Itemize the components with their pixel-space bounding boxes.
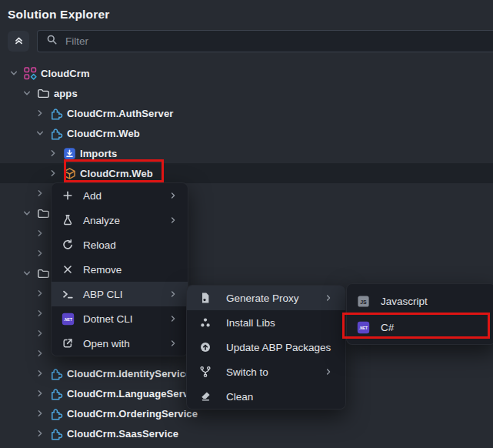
dotnet-icon: .NET (61, 312, 75, 326)
context-menu: AddAnalyzeReloadRemoveABP CLI.NETDotnet … (51, 182, 188, 356)
libs-icon (198, 316, 212, 329)
menu-item-open-with[interactable]: Open with (52, 331, 188, 356)
chevron-down-icon[interactable] (8, 67, 20, 79)
menu-item-install-libs[interactable]: Install Libs (187, 310, 345, 335)
menu-item-label: Open with (83, 338, 159, 349)
chevron-right-icon[interactable] (34, 427, 46, 440)
menu-item-update-abp-packages[interactable]: Update ABP Packages (187, 335, 345, 359)
tree-row-label: CloudCrm.Web (80, 168, 153, 179)
generate-proxy-submenu: JSJavascript.NETC# (346, 283, 493, 345)
menu-item-label: Update ABP Packages (226, 342, 334, 353)
menu-item-label: ABP CLI (83, 289, 159, 300)
chevron-right-icon[interactable] (47, 147, 59, 159)
chevron-right-icon[interactable] (34, 187, 46, 199)
project-icon (49, 106, 63, 120)
open-external-icon (61, 336, 75, 350)
dotnet-icon: .NET (356, 320, 370, 334)
project-icon (49, 386, 63, 400)
menu-item-clean[interactable]: Clean (187, 384, 345, 409)
chevron-right-icon[interactable] (34, 327, 46, 339)
menu-item-label: Dotnet CLI (83, 313, 159, 325)
project-icon (49, 426, 63, 440)
menu-item-label: C# (381, 322, 486, 333)
page-title: Solution Explorer (8, 8, 110, 22)
chevron-right-icon[interactable] (34, 407, 46, 420)
chevron-right-icon[interactable] (34, 347, 46, 359)
flask-icon (61, 213, 75, 227)
tree-row-cloudcrm-web-package[interactable]: CloudCrm.Web (0, 163, 493, 183)
filter-input[interactable] (65, 35, 485, 47)
menu-item-switch-to[interactable]: Switch to (187, 359, 345, 384)
eraser-icon (198, 389, 212, 403)
tree-row-label: CloudCrm.SaasService (67, 428, 178, 440)
solution-icon (23, 66, 37, 80)
chevron-down-icon[interactable] (21, 267, 33, 279)
folder-icon (36, 86, 50, 100)
menu-item-label: Add (83, 190, 159, 202)
submenu-arrow-icon (168, 289, 178, 299)
chevron-right-icon[interactable] (34, 107, 46, 119)
chevron-right-icon[interactable] (34, 287, 46, 299)
menu-item-label: Reload (83, 239, 178, 251)
menu-item-add[interactable]: Add (52, 183, 188, 208)
tree-row-apps[interactable]: apps (0, 83, 493, 103)
terminal-icon (61, 287, 75, 301)
menu-item-abp-cli[interactable]: ABP CLI (52, 282, 188, 306)
chevron-right-icon[interactable] (34, 247, 46, 259)
refresh-icon (61, 238, 75, 252)
tree-row-label: CloudCrm.LanguageService (67, 388, 203, 400)
menu-item-label: Switch to (226, 366, 309, 378)
tree-row-cloudcrm-web[interactable]: CloudCrm.Web (0, 123, 493, 143)
menu-item-label: Javascript (381, 296, 486, 307)
folder-icon (36, 266, 50, 280)
menu-item-label: Install Libs (226, 317, 334, 329)
tree-row-cloudcrm-saasservice[interactable]: CloudCrm.SaasService (0, 423, 493, 443)
tree-row-label: CloudCrm (41, 68, 90, 79)
tree-row-label: CloudCrm.AuthServer (67, 108, 173, 119)
project-icon (49, 406, 63, 420)
tree-row-imports[interactable]: Imports (0, 143, 493, 163)
chevron-right-icon[interactable] (47, 167, 59, 179)
tree-row-label: CloudCrm.OrderingService (67, 408, 198, 420)
folder-icon (36, 206, 50, 220)
menu-item-generate-proxy[interactable]: Generate Proxy (187, 286, 345, 310)
chevron-right-icon[interactable] (34, 387, 46, 400)
menu-item-label: Clean (226, 391, 334, 403)
tree-row-cloudcrm[interactable]: CloudCrm (0, 63, 493, 83)
close-icon (61, 262, 75, 276)
chevron-right-icon[interactable] (34, 227, 46, 239)
chevron-down-icon[interactable] (21, 207, 33, 219)
collapse-all-icon (13, 34, 25, 48)
menu-item-label: Generate Proxy (226, 293, 309, 304)
tree-row-label: CloudCrm.IdentityService (67, 368, 191, 379)
svg-text:.NET: .NET (64, 317, 72, 321)
search-icon (46, 34, 58, 48)
menu-item-remove[interactable]: Remove (52, 257, 188, 282)
tree-row-label: CloudCrm.Web (67, 128, 140, 139)
chevron-down-icon[interactable] (21, 87, 33, 99)
abp-cli-submenu: Generate ProxyInstall LibsUpdate ABP Pac… (186, 285, 346, 410)
submenu-arrow-icon (168, 338, 178, 349)
project-icon (49, 366, 63, 380)
svg-text:JS: JS (360, 299, 367, 304)
menu-item-javascript[interactable]: JSJavascript (347, 288, 493, 314)
chevron-right-icon[interactable] (34, 307, 46, 319)
collapse-all-button[interactable] (8, 31, 29, 52)
tree-row-cloudcrm-authserver[interactable]: CloudCrm.AuthServer (0, 103, 493, 123)
menu-item-analyze[interactable]: Analyze (52, 208, 188, 232)
project-icon (49, 126, 63, 140)
package-icon (62, 166, 76, 180)
svg-text:.NET: .NET (359, 326, 368, 329)
chevron-right-icon[interactable] (34, 367, 46, 379)
submenu-arrow-icon (168, 190, 178, 201)
plus-icon (61, 189, 75, 202)
menu-item-reload[interactable]: Reload (52, 232, 188, 257)
menu-item-dotnet-cli[interactable]: .NETDotnet CLI (52, 306, 188, 331)
submenu-arrow-icon (168, 215, 178, 226)
tree-row-label: Imports (80, 148, 117, 159)
chevron-down-icon[interactable] (34, 127, 46, 139)
tree-row-label: apps (54, 88, 78, 99)
menu-item-csharp[interactable]: .NETC# (347, 314, 493, 340)
update-icon (198, 340, 212, 354)
branch-icon (198, 365, 212, 379)
